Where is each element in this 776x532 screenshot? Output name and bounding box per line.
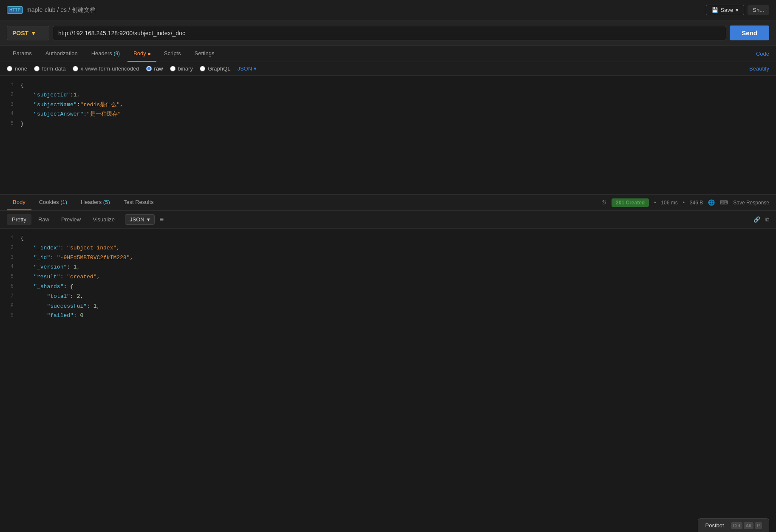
code-line-4: 4 "subjectAnswer":"是一种缓存" <box>0 110 776 119</box>
chevron-down-icon: ▾ <box>254 65 257 72</box>
history-icon[interactable]: ⏱ <box>601 199 606 206</box>
save-button[interactable]: 💾 Save ▾ <box>706 5 745 15</box>
radio-raw[interactable]: raw <box>146 65 163 72</box>
response-format-bar: Pretty Raw Preview Visualize JSON ▾ ≡ 🔗 … <box>0 211 776 229</box>
globe-icon[interactable]: 🌐 <box>708 199 715 206</box>
title-bar-right: 💾 Save ▾ Sh... <box>706 5 769 15</box>
code-line-1: 1 { <box>0 81 776 91</box>
resp-tab-body[interactable]: Body <box>7 195 31 210</box>
response-time: • <box>654 200 656 206</box>
radio-none[interactable]: none <box>7 65 27 72</box>
filter-icon[interactable]: ≡ <box>160 216 164 224</box>
request-tabs-bar: Params Authorization Headers (9) Body Sc… <box>0 46 776 62</box>
radio-urlencoded[interactable]: x-www-form-urlencoded <box>73 65 139 72</box>
response-json-dropdown[interactable]: JSON ▾ <box>125 214 155 225</box>
tab-body[interactable]: Body <box>127 46 156 62</box>
radio-form-data[interactable]: form-data <box>34 65 66 72</box>
code-line-2: 2 "subjectId":1, <box>0 91 776 100</box>
fmt-tab-visualize[interactable]: Visualize <box>88 214 120 225</box>
response-body: 1 { 2 "_index": "subject_index", 3 "_id"… <box>0 229 776 360</box>
fmt-tab-preview[interactable]: Preview <box>56 214 86 225</box>
postbot-shortcut: Ctrl Alt P <box>731 523 762 528</box>
resp-line-2: 2 "_index": "subject_index", <box>0 243 776 253</box>
postbot-label: Postbot <box>705 522 724 529</box>
status-badge: 201 Created <box>612 198 649 207</box>
resp-line-6: 6 "_shards": { <box>0 282 776 292</box>
resp-line-1: 1 { <box>0 234 776 243</box>
save-icon: 💾 <box>711 7 718 13</box>
title-bar: HTTP maple-club / es / 创建文档 💾 Save ▾ Sh.… <box>0 0 776 20</box>
code-line-3: 3 "subjectName":"redis是什么", <box>0 100 776 110</box>
beautify-button[interactable]: Beautify <box>749 65 769 72</box>
tab-params[interactable]: Params <box>7 46 38 62</box>
copy-icon[interactable]: ⧉ <box>765 216 769 223</box>
url-bar: POST ▾ Send <box>0 20 776 46</box>
share-button[interactable]: Sh... <box>748 5 769 15</box>
response-tabs-bar: Body Cookies (1) Headers (5) Test Result… <box>0 195 776 211</box>
title-bar-left: HTTP maple-club / es / 创建文档 <box>7 6 96 14</box>
url-input[interactable] <box>53 26 726 40</box>
resp-line-4: 4 "_version": 1, <box>0 263 776 272</box>
radio-binary[interactable]: binary <box>170 65 193 72</box>
chevron-down-icon: ▾ <box>32 30 35 37</box>
resp-tab-cookies[interactable]: Cookies (1) <box>33 195 73 210</box>
tab-headers[interactable]: Headers (9) <box>85 46 126 62</box>
code-link[interactable]: Code <box>756 51 769 57</box>
response-size-value: 346 B <box>690 200 703 206</box>
postbot-panel[interactable]: Postbot Ctrl Alt P <box>698 518 769 532</box>
resp-line-5: 5 "result": "created", <box>0 272 776 282</box>
resp-tab-test-results[interactable]: Test Results <box>118 195 160 210</box>
resp-line-7: 7 "total": 2, <box>0 292 776 302</box>
response-time-value: 106 ms <box>661 200 677 206</box>
save-response-button[interactable]: Save Response <box>733 200 769 206</box>
response-size-dot: • <box>683 200 685 206</box>
body-type-bar: none form-data x-www-form-urlencoded raw… <box>0 62 776 76</box>
status-info: ⏱ 201 Created • 106 ms • 346 B 🌐 ⌨ Save … <box>601 198 769 207</box>
method-select[interactable]: POST ▾ <box>7 26 49 40</box>
fmt-tab-raw[interactable]: Raw <box>33 214 54 225</box>
tab-settings[interactable]: Settings <box>188 46 220 62</box>
chevron-down-icon: ▾ <box>736 7 739 13</box>
chevron-down-icon: ▾ <box>147 216 150 223</box>
code-line-5: 5 } <box>0 119 776 129</box>
radio-graphql[interactable]: GraphQL <box>200 65 230 72</box>
resp-line-3: 3 "_id": "-9HFd5MBT0VC2fkIM228", <box>0 253 776 263</box>
tab-authorization[interactable]: Authorization <box>40 46 84 62</box>
tab-scripts[interactable]: Scripts <box>158 46 187 62</box>
resp-right-icons: 🔗 ⧉ <box>753 216 769 223</box>
http-badge: HTTP <box>7 6 23 14</box>
send-button[interactable]: Send <box>730 25 769 40</box>
request-body-editor[interactable]: 1 { 2 "subjectId":1, 3 "subjectName":"re… <box>0 76 776 195</box>
breadcrumb: maple-club / es / 创建文档 <box>26 6 96 14</box>
keyboard-icon: ⌨ <box>720 199 728 206</box>
resp-line-8: 8 "successful": 1, <box>0 302 776 311</box>
fmt-tab-pretty[interactable]: Pretty <box>7 214 31 225</box>
resp-line-9: 9 "failed": 0 <box>0 311 776 321</box>
link-icon[interactable]: 🔗 <box>753 216 760 223</box>
resp-tab-headers[interactable]: Headers (5) <box>75 195 116 210</box>
json-format-dropdown[interactable]: JSON ▾ <box>237 65 257 72</box>
method-label: POST <box>12 30 28 37</box>
